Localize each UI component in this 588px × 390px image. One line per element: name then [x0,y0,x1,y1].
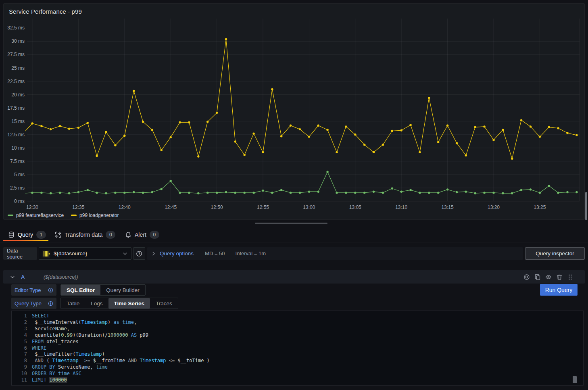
y-axis-tick: 20 ms [11,92,25,98]
database-icon [8,231,15,238]
info-circle-icon[interactable] [48,301,53,306]
legend-item-featureflagservice[interactable]: p99 featureflagservice [8,213,64,218]
data-point [520,119,522,121]
data-point [22,192,24,194]
y-axis-tick: 17.5 ms [7,105,25,111]
code-line[interactable]: quantile(0.99)(Duration)/1000000 AS p99 [32,332,210,339]
data-point [502,129,504,131]
sql-token [55,371,58,376]
data-point [336,151,338,153]
sql-token: $__timeFilter( [32,351,75,357]
datasource-picker[interactable]: ${datasource} [39,247,131,260]
pane-resize-handle[interactable] [255,223,327,224]
tab-alert[interactable]: Alert 0 [125,230,159,240]
radio-option-time-series[interactable]: Time Series [108,298,150,309]
code-line[interactable]: WHERE [32,345,210,352]
sql-token: ) [108,319,113,325]
legend-item-loadgenerator[interactable]: p99 loadgenerator [71,213,119,218]
y-axis-tick: 7.5 ms [10,159,25,164]
datasource-help-button[interactable]: ? [133,247,145,260]
time-series-chart[interactable]: 0 ms2.5 ms5 ms7.5 ms10 ms12.5 ms15 ms17.… [4,4,585,222]
data-point [566,191,568,193]
radio-option-sql-editor[interactable]: SQL Editor [61,285,100,295]
sql-token: , [134,319,137,325]
line-number: 6 [12,345,27,352]
disable-query-icon[interactable] [523,274,530,280]
data-point [409,124,411,126]
data-point [87,189,89,191]
radio-option-logs[interactable]: Logs [85,298,108,309]
legend-swatch-yellow [71,215,77,216]
sql-code-editor[interactable]: 1234567891011 SELECT $__timeInterval(Tim… [11,311,584,386]
tab-label: Query [18,231,33,238]
x-axis-tick: 12:35 [72,204,84,210]
code-line[interactable]: $__timeFilter(Timestamp) [32,351,210,358]
sql-code[interactable]: SELECT $__timeInterval(Timestamp) as tim… [32,313,210,384]
line-number: 10 [12,371,27,377]
query-inspector-button[interactable]: Query inspector [525,247,585,260]
data-point [234,192,236,194]
remove-query-trash-icon[interactable] [556,274,563,280]
data-point [179,192,181,194]
data-point [262,190,264,192]
hide-response-eye-icon[interactable] [545,274,552,280]
query-row-header[interactable]: A (${datasource}) [3,270,585,284]
code-line[interactable]: ORDER BY time ASC [32,371,210,377]
code-line[interactable]: GROUP BY ServiceName, time [32,364,210,371]
editor-type-label: Editor Type [11,284,56,296]
data-point [474,126,476,128]
data-point [31,122,33,124]
data-point [308,191,310,193]
x-axis-tick: 12:30 [26,204,38,210]
interval-value: Interval = 1m [236,250,266,257]
data-point [68,128,70,130]
code-line[interactable]: LIMIT 100000 [32,377,210,384]
radio-option-query-builder[interactable]: Query Builder [100,285,145,295]
code-line[interactable]: $__timeInterval(Timestamp) as time, [32,319,210,326]
data-point [133,191,135,193]
query-type-label: Query Type [11,298,56,309]
sql-token: Timestamp [81,319,108,325]
tab-transform-data[interactable]: Transform data 0 [55,230,115,240]
data-point [437,141,439,143]
data-point [188,192,190,194]
data-point [308,136,310,138]
code-line[interactable]: ServiceName, [32,326,210,332]
collapse-chevron-icon[interactable] [10,274,15,280]
data-point [225,38,227,40]
duplicate-query-icon[interactable] [534,274,541,280]
data-point [566,132,568,134]
radio-option-traces[interactable]: Traces [150,298,178,309]
drag-handle-icon[interactable] [567,274,573,280]
code-line[interactable]: AND ( Timestamp >= $__fromTime AND Times… [32,358,210,364]
chevron-right-icon[interactable] [151,251,156,257]
data-point [179,121,181,123]
data-point [530,188,532,190]
editor-scrollbar-thumb[interactable] [573,376,577,383]
data-point [59,125,61,127]
data-point [262,151,264,153]
page-scrollbar-thumb[interactable] [585,192,587,220]
data-point [197,155,199,157]
data-point [336,192,338,194]
sql-token: as [113,319,119,325]
radio-option-table[interactable]: Table [61,298,85,309]
info-circle-icon[interactable] [48,288,53,293]
run-query-button[interactable]: Run Query [540,284,578,296]
code-line[interactable]: FROM otel_traces [32,339,210,345]
query-options-toggle[interactable]: Query options [160,250,194,257]
data-point [345,125,347,127]
data-point [188,121,190,123]
data-point [142,121,144,123]
svg-text:?: ? [138,252,140,256]
data-point [428,97,430,99]
legend-label: p99 loadgenerator [79,213,119,218]
sql-token: AS [131,332,137,338]
code-line[interactable]: SELECT [32,313,210,319]
tab-query[interactable]: Query 1 [8,230,46,240]
y-axis-tick: 15 ms [11,119,25,124]
data-point [382,192,384,194]
line-number: 4 [12,332,27,339]
max-data-points-value: MD = 50 [205,250,225,257]
sql-token: $__fromTime [90,358,128,363]
